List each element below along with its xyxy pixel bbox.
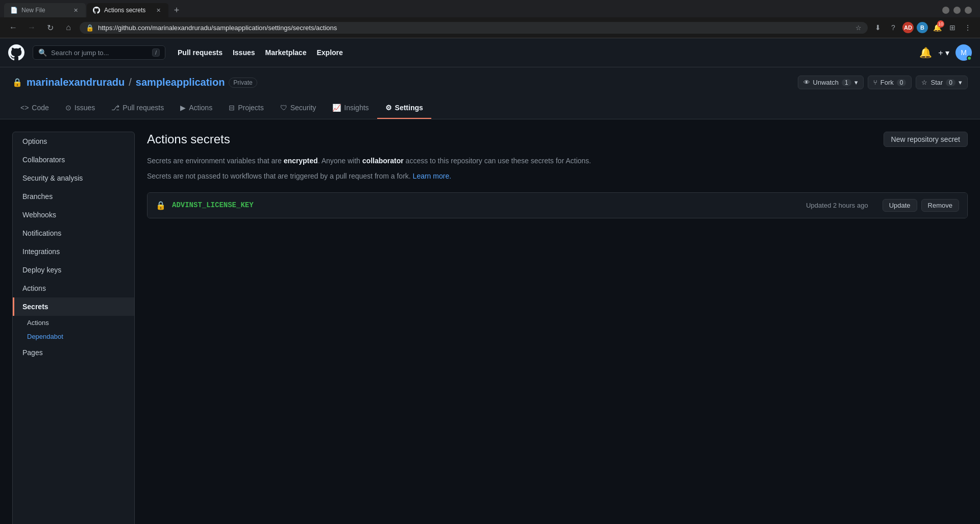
browser-tab-2[interactable]: Actions secrets ✕ xyxy=(87,3,168,17)
bookmark-icon[interactable]: ☆ xyxy=(855,24,862,32)
nav-explore[interactable]: Explore xyxy=(312,45,347,60)
apps-icon[interactable]: ⊞ xyxy=(946,21,959,34)
tab-projects[interactable]: ⊟ Projects xyxy=(220,97,272,119)
integrations-label: Integrations xyxy=(22,247,60,256)
settings-page-header: Actions secrets New repository secret xyxy=(147,132,968,147)
notifications-ext[interactable]: 🔔 10 xyxy=(931,21,943,34)
nav-issues[interactable]: Issues xyxy=(229,45,259,60)
learn-more-link[interactable]: Learn more. xyxy=(413,172,451,180)
tab-issues[interactable]: ⊙ Issues xyxy=(57,97,103,119)
browser-chrome: 📄 New File ✕ Actions secrets ✕ + ← → ↻ ⌂… xyxy=(0,0,980,38)
github-logo[interactable] xyxy=(8,44,24,61)
security-tab-icon: 🛡 xyxy=(280,104,287,112)
pr-icon: ⎇ xyxy=(111,104,119,112)
private-badge: Private xyxy=(229,78,257,88)
sub-actions-label: Actions xyxy=(27,319,49,327)
nav-marketplace[interactable]: Marketplace xyxy=(261,45,311,60)
tab1-close-button[interactable]: ✕ xyxy=(71,6,80,14)
update-secret-button-0[interactable]: Update xyxy=(883,199,917,212)
repo-header: 🔒 marinalexandruradu / sampleapplication… xyxy=(0,67,980,119)
repo-title: 🔒 marinalexandruradu / sampleapplication… xyxy=(12,77,257,88)
minimize-button[interactable] xyxy=(942,7,949,14)
browser-tab-1[interactable]: 📄 New File ✕ xyxy=(4,3,86,17)
pr-tab-label: Pull requests xyxy=(122,104,164,112)
back-button[interactable]: ← xyxy=(6,20,20,35)
download-icon[interactable]: ⬇ xyxy=(872,21,884,34)
secret-lock-icon: 🔒 xyxy=(156,201,166,210)
create-button[interactable]: + ▾ xyxy=(938,48,949,58)
menu-icon[interactable]: ⋮ xyxy=(962,21,974,34)
sidebar-item-options[interactable]: Options xyxy=(13,132,134,151)
home-button[interactable]: ⌂ xyxy=(61,20,76,35)
security-tab-label: Security xyxy=(290,104,316,112)
search-shortcut: / xyxy=(152,48,160,57)
fork-button[interactable]: ⑂ Fork 0 xyxy=(868,76,912,89)
sidebar-item-security-analysis[interactable]: Security & analysis xyxy=(13,169,134,187)
sidebar-item-branches[interactable]: Branches xyxy=(13,187,134,206)
options-label: Options xyxy=(22,137,47,145)
watch-button[interactable]: 👁 Unwatch 1 ▾ xyxy=(798,76,864,89)
ext-icon-2[interactable]: B xyxy=(917,22,928,33)
main-content: Options Collaborators Security & analysi… xyxy=(0,119,980,524)
fork-icon: ⑂ xyxy=(873,79,877,86)
tab2-close-button[interactable]: ✕ xyxy=(154,6,162,14)
sidebar-sub-dependabot[interactable]: Dependabot xyxy=(13,330,134,343)
tab-actions[interactable]: ▶ Actions xyxy=(172,97,220,119)
maximize-button[interactable] xyxy=(953,7,961,14)
tab-code[interactable]: <> Code xyxy=(12,97,57,119)
github-header: 🔍 Search or jump to... / Pull requests I… xyxy=(0,38,980,67)
tab-insights[interactable]: 📈 Insights xyxy=(324,97,377,119)
reload-button[interactable]: ↻ xyxy=(43,20,57,35)
repo-title-row: 🔒 marinalexandruradu / sampleapplication… xyxy=(12,76,968,89)
star-button[interactable]: ☆ Star 0 ▾ xyxy=(916,76,968,89)
browser-extensions: ⬇ ? AD B 🔔 10 ⊞ ⋮ xyxy=(872,21,974,34)
notifications-bell[interactable]: 🔔 xyxy=(919,46,932,59)
ext-icon-1[interactable]: AD xyxy=(902,22,914,33)
repo-separator: / xyxy=(129,77,132,88)
search-bar[interactable]: 🔍 Search or jump to... / xyxy=(33,45,165,60)
secret-name-0: ADVINST_LICENSE_KEY xyxy=(172,201,800,209)
search-placeholder: Search or jump to... xyxy=(51,49,148,57)
sidebar-item-webhooks[interactable]: Webhooks xyxy=(13,206,134,224)
actions-tab-label: Actions xyxy=(189,104,212,112)
sidebar-item-notifications[interactable]: Notifications xyxy=(13,224,134,242)
sidebar-sub-actions[interactable]: Actions xyxy=(13,316,134,330)
address-bar[interactable]: 🔒 https://github.com/marinalexandruradu/… xyxy=(80,22,868,34)
code-tab-label: Code xyxy=(32,104,48,112)
sidebar-item-integrations[interactable]: Integrations xyxy=(13,242,134,261)
repo-actions: 👁 Unwatch 1 ▾ ⑂ Fork 0 ☆ Star 0 ▾ xyxy=(798,76,968,89)
issues-tab-label: Issues xyxy=(75,104,95,112)
secrets-list: 🔒 ADVINST_LICENSE_KEY Updated 2 hours ag… xyxy=(147,192,968,218)
user-avatar[interactable]: M xyxy=(955,44,972,61)
nav-pull-requests[interactable]: Pull requests xyxy=(174,45,227,60)
repo-owner-link[interactable]: marinalexandruradu xyxy=(27,77,125,88)
repo-name-link[interactable]: sampleapplication xyxy=(136,77,225,88)
branches-label: Branches xyxy=(22,192,53,201)
sidebar-item-actions[interactable]: Actions xyxy=(13,279,134,297)
issues-icon: ⊙ xyxy=(65,104,71,112)
collaborators-label: Collaborators xyxy=(22,156,65,164)
insights-icon: 📈 xyxy=(332,104,341,112)
sidebar-item-collaborators[interactable]: Collaborators xyxy=(13,151,134,169)
star-chevron: ▾ xyxy=(959,79,962,86)
watch-chevron: ▾ xyxy=(854,79,858,86)
settings-icon: ⚙ xyxy=(385,104,392,112)
sidebar-item-secrets[interactable]: Secrets xyxy=(13,297,134,316)
help-icon[interactable]: ? xyxy=(887,21,899,34)
new-tab-button[interactable]: + xyxy=(169,3,184,17)
page-title: Actions secrets xyxy=(147,132,230,146)
watch-count: 1 xyxy=(842,79,851,86)
tab-security[interactable]: 🛡 Security xyxy=(272,97,325,119)
secret-item-0: 🔒 ADVINST_LICENSE_KEY Updated 2 hours ag… xyxy=(148,193,967,218)
new-repository-secret-button[interactable]: New repository secret xyxy=(884,132,968,147)
tab-pull-requests[interactable]: ⎇ Pull requests xyxy=(103,97,172,119)
remove-secret-button-0[interactable]: Remove xyxy=(921,199,959,212)
sidebar-item-deploy-keys[interactable]: Deploy keys xyxy=(13,261,134,279)
close-button[interactable] xyxy=(965,7,972,14)
browser-tab-bar: 📄 New File ✕ Actions secrets ✕ + xyxy=(0,0,980,17)
sidebar-item-pages[interactable]: Pages xyxy=(13,343,134,362)
security-analysis-label: Security & analysis xyxy=(22,174,83,182)
actions-sidebar-label: Actions xyxy=(22,284,46,292)
tab-settings[interactable]: ⚙ Settings xyxy=(377,97,431,119)
forward-button[interactable]: → xyxy=(24,20,39,35)
